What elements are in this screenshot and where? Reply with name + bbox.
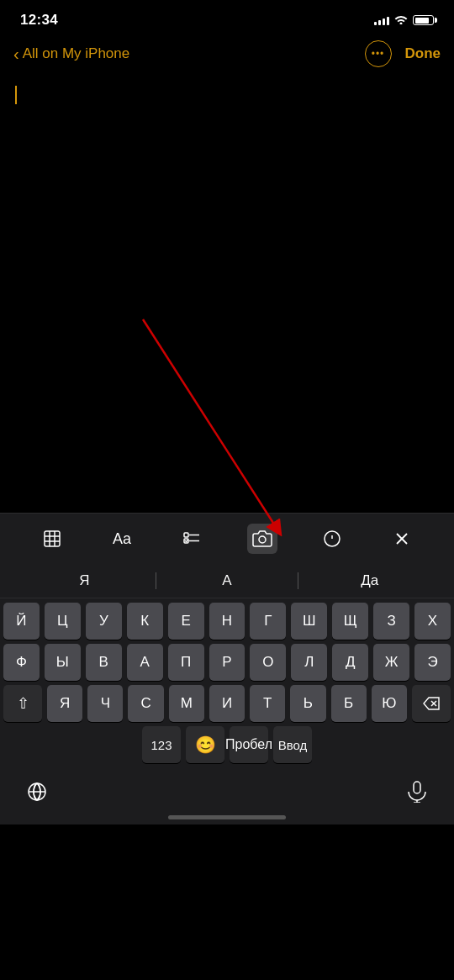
key-е[interactable]: Е bbox=[168, 603, 204, 640]
svg-rect-21 bbox=[414, 782, 420, 793]
key-в[interactable]: В bbox=[86, 644, 122, 681]
shift-key[interactable]: ⇧ bbox=[3, 685, 42, 722]
key-и[interactable]: И bbox=[209, 685, 245, 722]
home-indicator bbox=[0, 809, 454, 825]
backspace-key[interactable] bbox=[412, 685, 451, 722]
suggestion-1[interactable]: Я bbox=[13, 572, 156, 589]
keyboard-row-4: 123 😊 Пробел Ввод bbox=[0, 722, 454, 768]
key-о[interactable]: О bbox=[250, 644, 286, 681]
back-chevron-icon: ‹ bbox=[13, 45, 19, 62]
done-button[interactable]: Done bbox=[405, 45, 441, 62]
key-ж[interactable]: Ж bbox=[373, 644, 409, 681]
key-р[interactable]: Р bbox=[209, 644, 245, 681]
signal-icon bbox=[374, 15, 389, 25]
format-toolbar: Aa bbox=[0, 513, 454, 564]
globe-button[interactable] bbox=[20, 775, 54, 809]
svg-rect-1 bbox=[45, 531, 60, 546]
space-key[interactable]: Пробел bbox=[230, 726, 268, 763]
home-bar bbox=[168, 815, 286, 819]
table-button[interactable] bbox=[37, 524, 67, 554]
numbers-key[interactable]: 123 bbox=[142, 726, 181, 763]
key-ы[interactable]: Ы bbox=[45, 644, 81, 681]
more-options-button[interactable]: ••• bbox=[365, 40, 392, 67]
wifi-icon bbox=[394, 14, 408, 26]
markup-button[interactable] bbox=[317, 524, 347, 554]
keyboard-row-3: ⇧ Я Ч С М И Т Ь Б Ю bbox=[0, 681, 454, 722]
suggestion-2[interactable]: А bbox=[156, 572, 298, 589]
key-п[interactable]: П bbox=[168, 644, 204, 681]
key-б[interactable]: Б bbox=[331, 685, 367, 722]
nav-actions: ••• Done bbox=[365, 40, 441, 67]
key-ь[interactable]: Ь bbox=[290, 685, 325, 722]
key-а[interactable]: А bbox=[127, 644, 163, 681]
key-й[interactable]: Й bbox=[3, 603, 40, 640]
svg-point-10 bbox=[259, 536, 266, 543]
camera-button[interactable] bbox=[247, 524, 277, 554]
key-с[interactable]: С bbox=[128, 685, 163, 722]
format-text-icon: Aa bbox=[113, 530, 131, 548]
return-key[interactable]: Ввод bbox=[273, 726, 312, 763]
battery-icon bbox=[413, 15, 434, 25]
shift-icon: ⇧ bbox=[17, 694, 29, 713]
key-я[interactable]: Я bbox=[47, 685, 82, 722]
key-т[interactable]: Т bbox=[250, 685, 285, 722]
key-г[interactable]: Г bbox=[250, 603, 286, 640]
key-л[interactable]: Л bbox=[291, 644, 327, 681]
status-bar: 12:34 bbox=[0, 0, 454, 34]
keyboard-row-2: Ф Ы В А П Р О Л Д Ж Э bbox=[0, 640, 454, 681]
keyboard-row-1: Й Ц У К Е Н Г Ш Щ З Х bbox=[0, 598, 454, 640]
key-д[interactable]: Д bbox=[332, 644, 368, 681]
status-time: 12:34 bbox=[20, 12, 58, 29]
microphone-button[interactable] bbox=[400, 775, 434, 809]
key-ц[interactable]: Ц bbox=[45, 603, 81, 640]
text-cursor bbox=[15, 86, 17, 104]
key-ф[interactable]: Ф bbox=[3, 644, 40, 681]
back-label: All on My iPhone bbox=[23, 45, 130, 62]
checklist-button[interactable] bbox=[177, 524, 207, 554]
close-keyboard-button[interactable] bbox=[387, 524, 417, 554]
key-ч[interactable]: Ч bbox=[87, 685, 123, 722]
svg-rect-6 bbox=[184, 533, 188, 537]
key-ю[interactable]: Ю bbox=[372, 685, 407, 722]
suggestions-row: Я А Да bbox=[0, 564, 454, 598]
note-content[interactable] bbox=[0, 76, 454, 513]
back-button[interactable]: ‹ All on My iPhone bbox=[13, 45, 129, 62]
key-ш[interactable]: Ш bbox=[291, 603, 327, 640]
key-н[interactable]: Н bbox=[209, 603, 245, 640]
key-щ[interactable]: Щ bbox=[332, 603, 368, 640]
key-э[interactable]: Э bbox=[414, 644, 451, 681]
keyboard-bottom bbox=[0, 768, 454, 809]
format-text-button[interactable]: Aa bbox=[107, 524, 137, 554]
key-х[interactable]: Х bbox=[414, 603, 451, 640]
key-к[interactable]: К bbox=[127, 603, 163, 640]
key-м[interactable]: М bbox=[169, 685, 204, 722]
status-icons bbox=[374, 14, 434, 26]
keyboard: Й Ц У К Е Н Г Ш Щ З Х Ф Ы В А П Р О Л Д … bbox=[0, 598, 454, 768]
key-у[interactable]: У bbox=[86, 603, 122, 640]
emoji-key[interactable]: 😊 bbox=[186, 726, 224, 763]
nav-bar: ‹ All on My iPhone ••• Done bbox=[0, 34, 454, 76]
ellipsis-icon: ••• bbox=[372, 48, 385, 60]
key-з[interactable]: З bbox=[373, 603, 409, 640]
suggestion-3[interactable]: Да bbox=[298, 572, 441, 589]
